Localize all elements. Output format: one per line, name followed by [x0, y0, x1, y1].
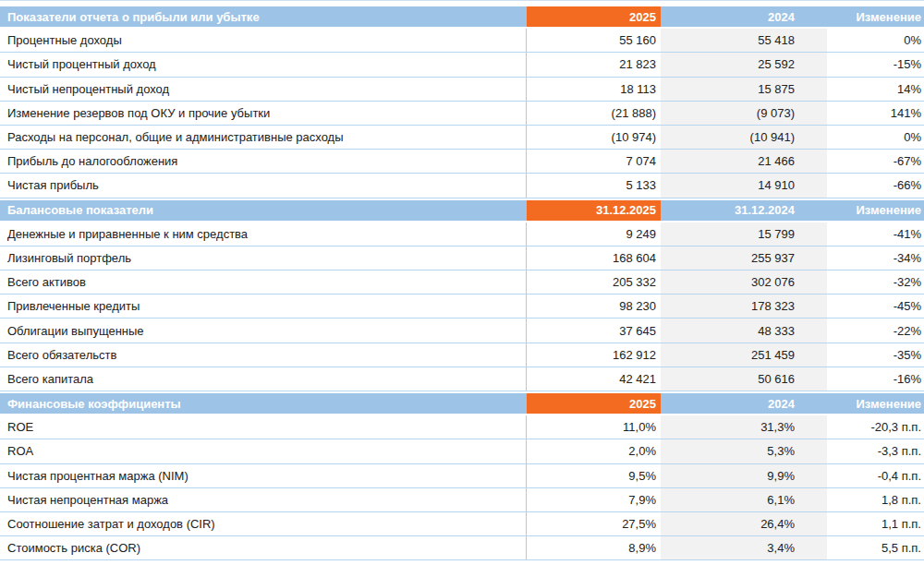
cell-change: -22%	[827, 319, 924, 342]
row-label: Расходы на персонал, общие и администрат…	[0, 126, 527, 149]
table-row: Привлеченные кредиты 98 230 178 323 -45%	[0, 295, 924, 319]
row-label: Чистая прибыль	[0, 174, 527, 197]
section-header-pnl: Показатели отчета о прибыли или убытке 2…	[0, 5, 924, 29]
col-header-2025: 2025	[527, 391, 661, 415]
cell-2024: 50 616	[661, 367, 827, 391]
cell-change: -41%	[827, 222, 924, 246]
table-row: Чистая прибыль 5 133 14 910 -66%	[0, 174, 924, 198]
table-row: Денежные и приравненные к ним средства 9…	[0, 222, 924, 246]
row-label: ROE	[0, 415, 527, 439]
section-title: Показатели отчета о прибыли или убытке	[0, 5, 527, 29]
row-label: Изменение резервов под ОКУ и прочие убыт…	[0, 102, 527, 125]
cell-2025: 162 912	[527, 343, 661, 367]
row-label: Соотношение затрат и доходов (CIR)	[0, 512, 527, 535]
col-header-2024: 2024	[661, 5, 827, 29]
cell-2025: 8,9%	[527, 536, 661, 559]
col-header-2024: 31.12.2024	[661, 198, 827, 222]
cell-2025: 27,5%	[527, 512, 661, 535]
cell-2025: 7 074	[527, 150, 661, 173]
cell-change: -20,3 п.п.	[827, 415, 924, 439]
cell-2024: 3,4%	[661, 536, 827, 559]
cell-2025: 9 249	[527, 222, 661, 246]
col-header-change: Изменение	[827, 391, 924, 415]
cell-change: -3,3 п.п.	[827, 439, 924, 463]
cell-2024: 48 333	[661, 319, 827, 342]
cell-change: -32%	[827, 270, 924, 294]
col-header-change: Изменение	[827, 198, 924, 222]
cell-2024: 55 418	[661, 29, 827, 52]
row-label: Стоимость риска (COR)	[0, 536, 527, 559]
cell-2024: 6,1%	[661, 488, 827, 511]
cell-2025: (10 974)	[527, 126, 661, 149]
row-label: Всего обязательств	[0, 343, 527, 367]
cell-2024: 9,9%	[661, 464, 827, 487]
cell-2025: 9,5%	[527, 464, 661, 487]
cell-2024: 302 076	[661, 270, 827, 294]
cell-2024: 26,4%	[661, 512, 827, 535]
cell-2024: (10 941)	[661, 126, 827, 149]
section-title: Финансовые коэффициенты	[0, 391, 527, 415]
section-title: Балансовые показатели	[0, 198, 527, 222]
row-label: Привлеченные кредиты	[0, 295, 527, 318]
financial-report-table-page: Показатели отчета о прибыли или убытке 2…	[0, 0, 924, 565]
table-row: Всего обязательств 162 912 251 459 -35%	[0, 343, 924, 367]
cell-2025: (21 888)	[527, 102, 661, 125]
section-header-ratios: Финансовые коэффициенты 2025 2024 Измене…	[0, 391, 924, 415]
row-label: Чистая процентная маржа (NIM)	[0, 464, 527, 487]
cell-change: 1,1 п.п.	[827, 512, 924, 535]
table-row: Расходы на персонал, общие и администрат…	[0, 126, 924, 150]
cell-change: 14%	[827, 78, 924, 101]
cell-2024: 5,3%	[661, 439, 827, 463]
cell-2025: 18 113	[527, 78, 661, 101]
table-row: Лизинговый портфель 168 604 255 937 -34%	[0, 246, 924, 270]
row-label: Всего капитала	[0, 367, 527, 391]
table-row: Всего капитала 42 421 50 616 -16%	[0, 367, 924, 391]
cell-change: -0,4 п.п.	[827, 464, 924, 487]
row-label: Чистый непроцентный доход	[0, 78, 527, 101]
cell-2025: 5 133	[527, 174, 661, 197]
cell-change: -67%	[827, 150, 924, 173]
cell-2025: 7,9%	[527, 488, 661, 511]
cell-2025: 21 823	[527, 53, 661, 76]
row-label: Чистый процентный доход	[0, 53, 527, 76]
table-row: Прибыль до налогообложения 7 074 21 466 …	[0, 150, 924, 174]
cell-change: 141%	[827, 102, 924, 125]
row-label: Прибыль до налогообложения	[0, 150, 527, 173]
cell-change: 5,5 п.п.	[827, 536, 924, 559]
cell-change: 0%	[827, 29, 924, 52]
row-label: Чистая непроцентная маржа	[0, 488, 527, 511]
col-header-change: Изменение	[827, 5, 924, 29]
cell-change: 0%	[827, 126, 924, 149]
table-row: Стоимость риска (COR) 8,9% 3,4% 5,5 п.п.	[0, 536, 924, 560]
financial-table: Показатели отчета о прибыли или убытке 2…	[0, 5, 924, 560]
row-label: Денежные и приравненные к ним средства	[0, 222, 527, 246]
col-header-2025: 31.12.2025	[527, 198, 661, 222]
cell-2024: (9 073)	[661, 102, 827, 125]
col-header-2024: 2024	[661, 391, 827, 415]
cell-2024: 21 466	[661, 150, 827, 173]
cell-change: -34%	[827, 246, 924, 270]
cell-change: -15%	[827, 53, 924, 76]
table-row: Чистая процентная маржа (NIM) 9,5% 9,9% …	[0, 464, 924, 488]
cell-2024: 251 459	[661, 343, 827, 367]
cell-change: -66%	[827, 174, 924, 197]
cell-2024: 178 323	[661, 295, 827, 318]
row-label: Лизинговый портфель	[0, 246, 527, 270]
cell-2024: 25 592	[661, 53, 827, 76]
cell-2025: 11,0%	[527, 415, 661, 439]
row-label: Всего активов	[0, 270, 527, 294]
cell-2024: 15 799	[661, 222, 827, 246]
cell-change: -35%	[827, 343, 924, 367]
table-row: Облигации выпущенные 37 645 48 333 -22%	[0, 319, 924, 343]
table-row: Чистый непроцентный доход 18 113 15 875 …	[0, 78, 924, 102]
section-header-balance: Балансовые показатели 31.12.2025 31.12.2…	[0, 198, 924, 222]
row-label: Облигации выпущенные	[0, 319, 527, 342]
cell-change: -16%	[827, 367, 924, 391]
cell-2025: 37 645	[527, 319, 661, 342]
table-row: Соотношение затрат и доходов (CIR) 27,5%…	[0, 512, 924, 536]
table-row: Чистый процентный доход 21 823 25 592 -1…	[0, 53, 924, 77]
cell-change: 1,8 п.п.	[827, 488, 924, 511]
cell-2025: 55 160	[527, 29, 661, 52]
table-row: Процентные доходы 55 160 55 418 0%	[0, 29, 924, 53]
cell-2024: 15 875	[661, 78, 827, 101]
